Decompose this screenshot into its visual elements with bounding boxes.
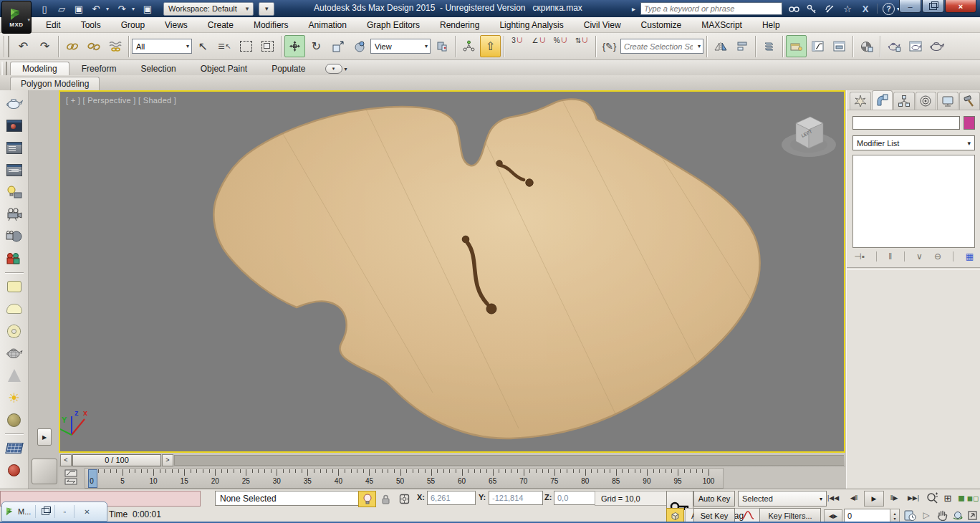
render-production-button[interactable]	[926, 35, 947, 57]
tab-create[interactable]	[850, 92, 871, 110]
time-slider-track[interactable]	[174, 455, 844, 466]
daylight-sun-icon[interactable]: ☀	[4, 389, 25, 406]
minimize-button[interactable]: –	[899, 0, 921, 13]
render-teapot-icon[interactable]	[4, 95, 25, 112]
layer-manager-button[interactable]	[759, 35, 779, 57]
time-configuration-icon[interactable]	[903, 509, 917, 522]
pan-hand-icon[interactable]	[936, 509, 948, 522]
redo-flyout-caret[interactable]: ▾	[132, 6, 138, 12]
reference-coordinate-system-dropdown[interactable]: View ▾	[370, 39, 431, 54]
polygon-modeling-panel-tab[interactable]: Polygon Modeling	[10, 77, 100, 90]
current-frame-field[interactable]: 0	[844, 509, 895, 523]
zoom-extents-icon[interactable]: ◼	[956, 491, 967, 504]
selection-lock-toggle[interactable]	[377, 491, 395, 507]
menu-help[interactable]: Help	[752, 17, 790, 32]
menu-customize[interactable]: Customize	[631, 17, 692, 32]
solar-array-icon[interactable]	[4, 439, 25, 456]
cone-primitive-icon[interactable]	[4, 367, 25, 384]
torus-primitive-icon[interactable]	[4, 322, 25, 340]
undo-scene-button[interactable]: ↶	[13, 35, 34, 57]
menu-civil-view[interactable]: Civil View	[574, 17, 631, 32]
viewport-label[interactable]: [ + ] [ Perspective ] [ Shaded ]	[66, 96, 176, 105]
isolate-selection-toggle[interactable]	[358, 491, 376, 507]
rectangular-selection-region-button[interactable]	[236, 35, 256, 57]
previous-frame-button[interactable]: ◀‖	[845, 492, 863, 504]
ribbon-tab-modeling[interactable]: Modeling	[10, 62, 69, 75]
show-end-result-button[interactable]: ‖	[888, 251, 892, 262]
wire-teapot-icon[interactable]	[4, 345, 25, 362]
perspective-viewport[interactable]: [ + ] [ Perspective ] [ Shaded ]	[59, 90, 845, 453]
ribbon-tab-freeform[interactable]: Freeform	[69, 62, 129, 75]
graphite-ribbon-toggle[interactable]	[786, 35, 807, 57]
zoom-all-icon[interactable]: ⊞	[941, 491, 954, 504]
menu-modifiers[interactable]: Modifiers	[244, 17, 299, 32]
exchange-apps-icon[interactable]: X	[859, 4, 872, 14]
ribbon-tab-populate[interactable]: Populate	[259, 62, 317, 75]
stereo-camera-icon[interactable]	[4, 250, 25, 267]
ribbon-config-dropdown[interactable]: ▾ ▾	[325, 64, 347, 74]
select-object-button[interactable]: ↖	[193, 35, 213, 57]
ribbon-tab-selection[interactable]: Selection	[128, 62, 188, 75]
select-by-name-button[interactable]: ≡↖	[214, 35, 235, 57]
keyboard-shortcut-override-toggle[interactable]: ⇧	[480, 35, 501, 57]
project-folder-icon[interactable]: ▣	[140, 2, 155, 15]
schematic-view-button[interactable]	[829, 35, 850, 57]
pin-stack-button[interactable]: ⊣▪	[854, 251, 865, 262]
search-binoculars-icon[interactable]	[787, 4, 800, 13]
go-to-end-button[interactable]: ▶▶|	[904, 492, 923, 504]
menu-create[interactable]: Create	[198, 17, 244, 32]
sign-in-key-icon[interactable]	[805, 4, 818, 14]
tab-utilities[interactable]	[959, 92, 980, 110]
curve-editor-button[interactable]	[807, 35, 828, 57]
camera-sphere-icon[interactable]	[4, 228, 25, 245]
remove-modifier-button[interactable]: ⊖	[934, 251, 941, 262]
edit-named-selection-sets-button[interactable]: {✎}	[599, 35, 620, 57]
favorites-star-icon[interactable]: ☆	[841, 4, 854, 14]
snaps-toggle-3d[interactable]: 3∩	[507, 35, 528, 57]
workspace-dropdown[interactable]: Workspace: Default ▾	[163, 2, 254, 16]
select-and-scale-button[interactable]	[327, 35, 348, 57]
modifier-stack[interactable]	[852, 155, 975, 248]
close-button[interactable]: ×	[945, 0, 976, 13]
search-expand-icon[interactable]: ▸	[632, 5, 635, 13]
object-color-swatch[interactable]	[964, 116, 975, 130]
y-coordinate-field[interactable]: -121,814	[489, 491, 543, 505]
minimized-maxscript-window[interactable]: M... ▫ ✕	[1, 502, 107, 522]
menu-rendering[interactable]: Rendering	[430, 17, 489, 32]
select-and-manipulate-button[interactable]	[458, 35, 479, 57]
communication-center-icon[interactable]	[823, 4, 836, 14]
absolute-offset-mode-toggle[interactable]	[395, 491, 413, 507]
spinner-up-icon[interactable]: ▴	[893, 511, 895, 516]
mirror-button[interactable]	[710, 35, 731, 57]
rendered-frame-window-icon[interactable]	[4, 117, 25, 134]
undo-icon[interactable]: ↶	[89, 2, 103, 15]
save-file-icon[interactable]: ▣	[72, 2, 86, 15]
mini-curve-editor-icon[interactable]	[64, 469, 80, 485]
red-sphere-icon[interactable]	[4, 461, 25, 479]
select-and-link-icon[interactable]	[62, 35, 82, 57]
spinner-down-icon[interactable]: ▾	[893, 516, 895, 521]
menu-animation[interactable]: Animation	[299, 17, 357, 32]
menu-maxscript[interactable]: MAXScript	[691, 17, 752, 32]
box-primitive-icon[interactable]	[4, 278, 25, 295]
previous-frame-arrow[interactable]: <	[60, 454, 72, 466]
selection-filter-dropdown[interactable]: All ▾	[132, 39, 192, 54]
object-name-field[interactable]	[852, 116, 960, 130]
tab-hierarchy[interactable]	[893, 92, 915, 110]
spinner-snap-toggle[interactable]: ⇅∩	[572, 35, 592, 57]
rendered-frame-window-button[interactable]	[883, 35, 904, 57]
help-menu[interactable]: ? ▾	[883, 3, 900, 15]
zoom-extents-all-icon[interactable]: ◼◻	[967, 491, 979, 504]
menu-tools[interactable]: Tools	[71, 17, 111, 32]
window-crossing-toggle[interactable]	[257, 35, 278, 57]
track-ruler[interactable]: 0510152025303540455055606570758085909510…	[85, 468, 724, 489]
maximize-viewport-toggle[interactable]	[966, 509, 979, 522]
tab-modify[interactable]	[872, 90, 893, 110]
configure-modifier-sets-button[interactable]: ▦	[966, 251, 974, 262]
redo-icon[interactable]: ↷	[115, 2, 129, 15]
ribbon-tab-object-paint[interactable]: Object Paint	[188, 62, 259, 75]
application-menu-button[interactable]: MXD ▾	[1, 1, 32, 34]
mini-maximize-button[interactable]: ▫	[54, 505, 74, 518]
menu-views[interactable]: Views	[155, 17, 198, 32]
make-unique-button[interactable]: ∨	[916, 251, 923, 262]
